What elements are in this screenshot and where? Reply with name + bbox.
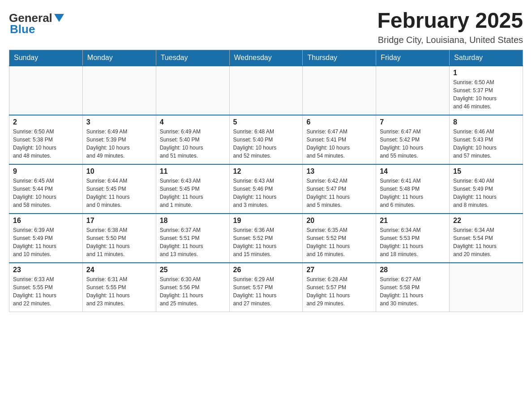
day-info: Sunrise: 6:45 AMSunset: 5:44 PMDaylight:… xyxy=(13,177,79,209)
day-number: 28 xyxy=(380,266,446,274)
calendar-cell: 8Sunrise: 6:46 AMSunset: 5:43 PMDaylight… xyxy=(450,115,523,164)
col-thursday: Thursday xyxy=(303,50,376,66)
calendar-cell: 4Sunrise: 6:49 AMSunset: 5:40 PMDaylight… xyxy=(156,115,229,164)
day-number: 8 xyxy=(453,118,519,126)
day-info: Sunrise: 6:49 AMSunset: 5:40 PMDaylight:… xyxy=(160,128,226,160)
calendar-cell: 17Sunrise: 6:38 AMSunset: 5:50 PMDayligh… xyxy=(82,214,156,263)
day-number: 6 xyxy=(306,118,372,126)
week-row-3: 9Sunrise: 6:45 AMSunset: 5:44 PMDaylight… xyxy=(9,164,523,214)
day-number: 24 xyxy=(86,266,152,274)
col-wednesday: Wednesday xyxy=(229,50,303,66)
day-number: 7 xyxy=(380,118,446,126)
day-info: Sunrise: 6:50 AMSunset: 5:37 PMDaylight:… xyxy=(453,78,519,111)
day-number: 2 xyxy=(13,118,79,126)
calendar-cell: 25Sunrise: 6:30 AMSunset: 5:56 PMDayligh… xyxy=(156,263,229,312)
calendar-cell: 10Sunrise: 6:44 AMSunset: 5:45 PMDayligh… xyxy=(82,164,156,214)
day-number: 19 xyxy=(233,217,299,225)
day-info: Sunrise: 6:29 AMSunset: 5:57 PMDaylight:… xyxy=(233,275,299,308)
day-number: 13 xyxy=(306,167,372,176)
day-info: Sunrise: 6:35 AMSunset: 5:52 PMDaylight:… xyxy=(306,226,372,258)
day-info: Sunrise: 6:49 AMSunset: 5:39 PMDaylight:… xyxy=(86,128,152,160)
day-info: Sunrise: 6:47 AMSunset: 5:41 PMDaylight:… xyxy=(306,128,372,160)
calendar-cell: 12Sunrise: 6:43 AMSunset: 5:46 PMDayligh… xyxy=(229,164,303,214)
calendar-cell: 3Sunrise: 6:49 AMSunset: 5:39 PMDaylight… xyxy=(82,115,156,164)
day-number: 26 xyxy=(233,266,299,274)
calendar-cell: 20Sunrise: 6:35 AMSunset: 5:52 PMDayligh… xyxy=(303,214,376,263)
day-number: 14 xyxy=(380,167,446,176)
col-tuesday: Tuesday xyxy=(156,50,229,66)
day-info: Sunrise: 6:28 AMSunset: 5:57 PMDaylight:… xyxy=(306,275,372,308)
day-number: 17 xyxy=(86,217,152,225)
calendar-cell: 23Sunrise: 6:33 AMSunset: 5:55 PMDayligh… xyxy=(9,263,83,312)
day-info: Sunrise: 6:42 AMSunset: 5:47 PMDaylight:… xyxy=(306,177,372,209)
calendar-cell: 28Sunrise: 6:27 AMSunset: 5:58 PMDayligh… xyxy=(376,263,450,312)
svg-marker-0 xyxy=(54,14,64,22)
day-number: 25 xyxy=(160,266,226,274)
page-header: General Blue February 2025 Bridge City, … xyxy=(9,9,523,45)
col-monday: Monday xyxy=(82,50,156,66)
day-info: Sunrise: 6:39 AMSunset: 5:49 PMDaylight:… xyxy=(13,226,79,258)
calendar-cell: 22Sunrise: 6:34 AMSunset: 5:54 PMDayligh… xyxy=(450,214,523,263)
calendar-cell: 13Sunrise: 6:42 AMSunset: 5:47 PMDayligh… xyxy=(303,164,376,214)
day-number: 21 xyxy=(380,217,446,225)
day-number: 23 xyxy=(13,266,79,274)
calendar-cell xyxy=(303,66,376,115)
calendar-cell: 5Sunrise: 6:48 AMSunset: 5:40 PMDaylight… xyxy=(229,115,303,164)
day-info: Sunrise: 6:47 AMSunset: 5:42 PMDaylight:… xyxy=(380,128,446,160)
logo-arrow-icon xyxy=(54,14,64,22)
col-sunday: Sunday xyxy=(9,50,83,66)
day-number: 18 xyxy=(160,217,226,225)
logo-blue: Blue xyxy=(10,22,35,36)
week-row-2: 2Sunrise: 6:50 AMSunset: 5:38 PMDaylight… xyxy=(9,115,523,164)
calendar-cell: 15Sunrise: 6:40 AMSunset: 5:49 PMDayligh… xyxy=(450,164,523,214)
calendar-cell xyxy=(229,66,303,115)
day-info: Sunrise: 6:34 AMSunset: 5:53 PMDaylight:… xyxy=(380,226,446,258)
day-info: Sunrise: 6:30 AMSunset: 5:56 PMDaylight:… xyxy=(160,275,226,308)
day-number: 22 xyxy=(453,217,519,225)
calendar-cell: 6Sunrise: 6:47 AMSunset: 5:41 PMDaylight… xyxy=(303,115,376,164)
calendar-cell: 21Sunrise: 6:34 AMSunset: 5:53 PMDayligh… xyxy=(376,214,450,263)
week-row-1: 1Sunrise: 6:50 AMSunset: 5:37 PMDaylight… xyxy=(9,66,523,115)
col-friday: Friday xyxy=(376,50,450,66)
day-info: Sunrise: 6:33 AMSunset: 5:55 PMDaylight:… xyxy=(13,275,79,308)
day-number: 9 xyxy=(13,167,79,176)
calendar-cell: 7Sunrise: 6:47 AMSunset: 5:42 PMDaylight… xyxy=(376,115,450,164)
day-number: 20 xyxy=(306,217,372,225)
calendar-cell: 2Sunrise: 6:50 AMSunset: 5:38 PMDaylight… xyxy=(9,115,83,164)
calendar-cell xyxy=(450,263,523,312)
day-info: Sunrise: 6:50 AMSunset: 5:38 PMDaylight:… xyxy=(13,128,79,160)
calendar-cell xyxy=(9,66,83,115)
day-info: Sunrise: 6:34 AMSunset: 5:54 PMDaylight:… xyxy=(453,226,519,258)
col-saturday: Saturday xyxy=(450,50,523,66)
calendar-cell: 26Sunrise: 6:29 AMSunset: 5:57 PMDayligh… xyxy=(229,263,303,312)
day-number: 3 xyxy=(86,118,152,126)
calendar-cell: 16Sunrise: 6:39 AMSunset: 5:49 PMDayligh… xyxy=(9,214,83,263)
calendar-cell xyxy=(82,66,156,115)
title-section: February 2025 Bridge City, Louisiana, Un… xyxy=(377,9,523,45)
day-number: 4 xyxy=(160,118,226,126)
day-number: 15 xyxy=(453,167,519,176)
day-number: 16 xyxy=(13,217,79,225)
calendar-cell: 19Sunrise: 6:36 AMSunset: 5:52 PMDayligh… xyxy=(229,214,303,263)
day-info: Sunrise: 6:48 AMSunset: 5:40 PMDaylight:… xyxy=(233,128,299,160)
calendar-cell: 27Sunrise: 6:28 AMSunset: 5:57 PMDayligh… xyxy=(303,263,376,312)
day-info: Sunrise: 6:43 AMSunset: 5:45 PMDaylight:… xyxy=(160,177,226,209)
calendar-cell: 24Sunrise: 6:31 AMSunset: 5:55 PMDayligh… xyxy=(82,263,156,312)
day-info: Sunrise: 6:44 AMSunset: 5:45 PMDaylight:… xyxy=(86,177,152,209)
calendar-cell: 11Sunrise: 6:43 AMSunset: 5:45 PMDayligh… xyxy=(156,164,229,214)
week-row-4: 16Sunrise: 6:39 AMSunset: 5:49 PMDayligh… xyxy=(9,214,523,263)
month-title: February 2025 xyxy=(377,9,523,33)
day-number: 11 xyxy=(160,167,226,176)
day-info: Sunrise: 6:46 AMSunset: 5:43 PMDaylight:… xyxy=(453,128,519,160)
logo: General Blue xyxy=(9,11,64,36)
calendar-cell: 1Sunrise: 6:50 AMSunset: 5:37 PMDaylight… xyxy=(450,66,523,115)
day-info: Sunrise: 6:31 AMSunset: 5:55 PMDaylight:… xyxy=(86,275,152,308)
day-info: Sunrise: 6:38 AMSunset: 5:50 PMDaylight:… xyxy=(86,226,152,258)
calendar-table: Sunday Monday Tuesday Wednesday Thursday… xyxy=(9,50,523,313)
calendar-cell: 18Sunrise: 6:37 AMSunset: 5:51 PMDayligh… xyxy=(156,214,229,263)
day-number: 5 xyxy=(233,118,299,126)
calendar-cell xyxy=(156,66,229,115)
day-info: Sunrise: 6:40 AMSunset: 5:49 PMDaylight:… xyxy=(453,177,519,209)
day-number: 12 xyxy=(233,167,299,176)
week-row-5: 23Sunrise: 6:33 AMSunset: 5:55 PMDayligh… xyxy=(9,263,523,312)
